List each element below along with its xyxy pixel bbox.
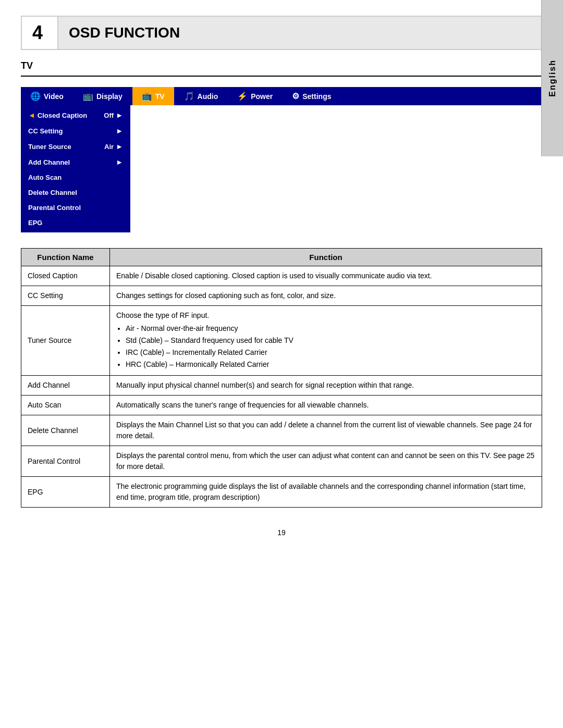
menu-item-delete-channel[interactable]: Delete Channel [21, 185, 130, 200]
function-desc-cell: Displays the parental control menu, from… [110, 446, 542, 477]
nav-item-settings[interactable]: ⚙ Settings [283, 87, 341, 105]
nav-item-display[interactable]: 📺 Display [74, 87, 132, 105]
menu-value-closed-caption: Off [104, 112, 114, 119]
nav-label-tv: TV [155, 92, 165, 101]
col2-header: Function [110, 249, 542, 266]
function-name-cell: CC Setting [21, 286, 110, 306]
table-row: Parental ControlDisplays the parental co… [21, 446, 542, 477]
nav-item-video[interactable]: 🌐 Video [21, 87, 74, 105]
table-row: EPGThe electronic programming guide disp… [21, 477, 542, 508]
menu-label-delete-channel: Delete Channel [28, 189, 77, 196]
bullet-point: HRC (Cable) – Harmonically Related Carri… [126, 359, 535, 370]
nav-label-power: Power [251, 92, 273, 101]
function-name-cell: Closed Caption [21, 266, 110, 286]
table-row: Tuner SourceChoose the type of RF input.… [21, 306, 542, 376]
nav-item-tv[interactable]: 📺 TV [132, 87, 175, 105]
dropdown-container: ◄ Closed Caption Off ► CC Setting ► [21, 105, 542, 232]
function-table: Function Name Function Closed CaptionEna… [21, 248, 542, 508]
function-name-cell: Delete Channel [21, 415, 110, 446]
menu-label-epg: EPG [28, 219, 42, 227]
right-arrow-closed-caption: ► [116, 111, 123, 119]
table-row: Auto ScanAutomatically scans the tuner's… [21, 396, 542, 415]
col1-header: Function Name [21, 249, 110, 266]
bullet-point: Std (Cable) – Standard frequency used fo… [126, 335, 535, 346]
menu-label-parental-control: Parental Control [28, 204, 81, 212]
nav-item-audio[interactable]: 🎵 Audio [175, 87, 228, 105]
bullet-point: Air - Normal over-the-air frequency [126, 323, 535, 334]
function-desc-cell: Automatically scans the tuner's range of… [110, 396, 542, 415]
table-row: Closed CaptionEnable / Disable closed ca… [21, 266, 542, 286]
settings-icon: ⚙ [292, 91, 299, 101]
function-desc-cell: Changes settings for closed captioning s… [110, 286, 542, 306]
left-arrow-closed-caption: ◄ [28, 111, 35, 119]
menu-label-add-channel: Add Channel [28, 158, 70, 166]
english-sidebar: English [541, 0, 563, 156]
menu-label-closed-caption: Closed Caption [38, 112, 87, 119]
function-desc-cell: Enable / Disable closed captioning. Clos… [110, 266, 542, 286]
dropdown-menu: ◄ Closed Caption Off ► CC Setting ► [21, 105, 130, 232]
osd-area: 🌐 Video 📺 Display 📺 TV 🎵 Audio ⚡ Power ⚙… [21, 87, 542, 232]
menu-item-parental-control[interactable]: Parental Control [21, 200, 130, 215]
right-arrow-cc-setting: ► [116, 127, 123, 135]
audio-icon: 🎵 [184, 91, 194, 101]
chapter-title: OSD FUNCTION [58, 17, 541, 49]
table-row: CC SettingChanges settings for closed ca… [21, 286, 542, 306]
english-label: English [548, 59, 557, 97]
nav-label-video: Video [44, 92, 64, 101]
function-desc-cell: Choose the type of RF input.Air - Normal… [110, 306, 542, 376]
menu-item-tuner-source[interactable]: Tuner Source Air ► [21, 139, 130, 154]
nav-item-power[interactable]: ⚡ Power [228, 87, 283, 105]
menu-value-tuner-source: Air [104, 143, 114, 151]
menu-item-cc-setting[interactable]: CC Setting ► [21, 123, 130, 139]
nav-label-audio: Audio [198, 92, 218, 101]
nav-label-display: Display [96, 92, 123, 101]
menu-item-epg[interactable]: EPG [21, 215, 130, 230]
right-arrow-add-channel: ► [116, 158, 123, 166]
chapter-number: 4 [22, 17, 58, 49]
bullet-point: IRC (Cable) – Incrementally Related Carr… [126, 347, 535, 358]
page-header: 4 OSD FUNCTION [21, 16, 542, 50]
table-row: Add ChannelManually input physical chann… [21, 376, 542, 396]
function-name-cell: Add Channel [21, 376, 110, 396]
function-name-cell: Tuner Source [21, 306, 110, 376]
right-arrow-tuner-source: ► [116, 142, 123, 151]
nav-bar: 🌐 Video 📺 Display 📺 TV 🎵 Audio ⚡ Power ⚙… [21, 87, 542, 105]
function-name-cell: Auto Scan [21, 396, 110, 415]
menu-label-auto-scan: Auto Scan [28, 174, 62, 181]
table-row: Delete ChannelDisplays the Main Channel … [21, 415, 542, 446]
power-icon: ⚡ [237, 91, 248, 101]
tv-icon: 📺 [142, 91, 152, 101]
display-icon: 📺 [83, 91, 93, 101]
menu-item-add-channel[interactable]: Add Channel ► [21, 154, 130, 170]
function-name-cell: EPG [21, 477, 110, 508]
nav-label-settings: Settings [302, 92, 331, 101]
section-title: TV [21, 60, 542, 77]
function-desc-cell: The electronic programming guide display… [110, 477, 542, 508]
menu-label-tuner-source: Tuner Source [28, 143, 71, 151]
menu-item-auto-scan[interactable]: Auto Scan [21, 170, 130, 185]
function-desc-cell: Manually input physical channel number(s… [110, 376, 542, 396]
function-name-cell: Parental Control [21, 446, 110, 477]
function-desc-cell: Displays the Main Channel List so that y… [110, 415, 542, 446]
video-icon: 🌐 [30, 91, 41, 101]
menu-label-cc-setting: CC Setting [28, 127, 63, 135]
page-number: 19 [0, 528, 563, 537]
menu-item-closed-caption[interactable]: ◄ Closed Caption Off ► [21, 107, 130, 123]
